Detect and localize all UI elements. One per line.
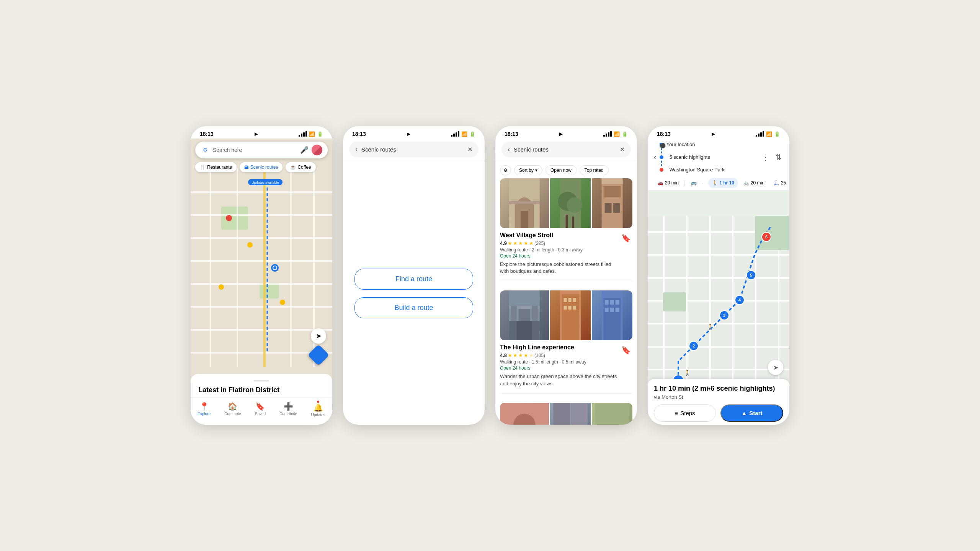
back-button-3[interactable]: ‹	[508, 145, 510, 153]
svg-rect-69	[553, 403, 570, 425]
transport-car[interactable]: 🚗 20 min	[654, 178, 683, 188]
nav-contribute[interactable]: ➕ Contribute	[279, 402, 297, 416]
route-meta-1: Walking route · 2 mi length · 0.3 mi awa…	[500, 247, 620, 253]
sort-by-chip[interactable]: Sort by ▾	[514, 165, 542, 175]
route-image-trees	[550, 178, 591, 228]
route-info-row-1: West Village Stroll 4.9 ★ ★ ★ ★ ★ (225) …	[500, 232, 632, 275]
top-rated-chip[interactable]: Top rated	[580, 165, 609, 175]
transport-scooter[interactable]: 🛴 25	[770, 178, 789, 188]
waypoint-start: ⚫ Your location	[660, 142, 757, 147]
svg-rect-59	[604, 300, 608, 305]
waypoint-line-2	[661, 161, 757, 166]
svg-rect-38	[603, 186, 621, 197]
bookmark-button-1[interactable]: 🔖	[620, 232, 632, 244]
swap-directions-button[interactable]: ⇅	[774, 151, 783, 163]
route-images-3	[500, 403, 632, 425]
svg-rect-56	[573, 306, 576, 310]
map-background: Updates available G Search here 🎤 🍴	[191, 139, 332, 397]
nav-explore[interactable]: 📍 Explore	[198, 402, 211, 416]
route-map[interactable]: 1 2 3 4 5 6 🚶 🚶 ➤ ➤	[648, 191, 789, 425]
start-button[interactable]: ▲ Start	[720, 404, 783, 422]
route-rating-1: 4.9 ★ ★ ★ ★ ★ (225)	[500, 240, 620, 246]
transport-transit[interactable]: 🚌 —	[687, 178, 707, 188]
star-6: ★	[508, 352, 512, 358]
svg-rect-46	[519, 309, 530, 321]
nav-updates[interactable]: 🔔 Updates	[311, 401, 325, 417]
rating-count-1: (225)	[534, 241, 545, 246]
close-button-3[interactable]: ✕	[620, 146, 625, 153]
mic-icon[interactable]: 🎤	[300, 146, 309, 154]
svg-point-19	[273, 266, 276, 269]
transport-divider-1: |	[684, 179, 686, 186]
svg-point-21	[226, 215, 232, 221]
bookmark-button-2[interactable]: 🔖	[620, 344, 632, 356]
screen-route-detail: 18:13 ▶ 📶 🔋 ‹ ⚫ Your location	[648, 126, 789, 425]
chip-label-restaurants: Restaurants	[207, 165, 232, 170]
screens-container: 18:13 ▶ 📶 🔋	[175, 111, 805, 440]
route-card-3	[500, 403, 632, 425]
route-open-1: Open 24 hours	[500, 253, 620, 259]
route-list[interactable]: West Village Stroll 4.9 ★ ★ ★ ★ ★ (225) …	[495, 178, 637, 425]
star-4: ★	[524, 240, 528, 246]
status-icons-2: 📶 🔋	[451, 131, 475, 137]
svg-point-24	[280, 300, 285, 305]
svg-text:🚶: 🚶	[707, 324, 714, 330]
svg-rect-1	[221, 207, 248, 230]
screen-route-list: 18:13 ▶ 📶 🔋 ‹ Scenic routes ✕	[495, 126, 637, 425]
signal-bars-4	[756, 131, 764, 137]
transport-walk[interactable]: 🚶 1 hr 10	[708, 178, 738, 188]
svg-rect-74	[595, 403, 629, 425]
svg-text:3: 3	[723, 313, 725, 318]
star-2: ★	[513, 240, 518, 246]
category-chips: 🍴 Restaurants 🏔 Scenic routes ☕ Coffee	[195, 162, 332, 172]
filter-settings-button[interactable]: ⚙	[500, 165, 511, 175]
rating-count-2: (105)	[534, 353, 545, 358]
scenic-routes-header-2: ‹ Scenic routes ✕	[343, 139, 485, 162]
user-avatar[interactable]	[312, 145, 322, 155]
svg-rect-9	[191, 329, 332, 331]
chip-coffee[interactable]: ☕ Coffee	[286, 162, 315, 172]
svg-rect-13	[263, 168, 266, 367]
svg-text:4: 4	[738, 298, 741, 302]
svg-rect-8	[191, 306, 332, 308]
map-search-bar[interactable]: G Search here 🎤	[195, 142, 328, 158]
car-icon: 🚗	[658, 180, 663, 186]
nav-commute[interactable]: 🏠 Commute	[224, 402, 241, 416]
chip-scenic[interactable]: 🏔 Scenic routes	[240, 162, 283, 172]
route-name-2: The High Line experience	[500, 344, 620, 351]
svg-rect-6	[191, 260, 332, 262]
waypoints-container: ⚫ Your location 5 scenic highlights Wash…	[660, 142, 757, 173]
status-icons-4: 📶 🔋	[756, 131, 780, 137]
route-images-west-village	[500, 178, 632, 228]
waypoint-dot-start: ⚫	[660, 143, 663, 147]
steps-button[interactable]: ≡ Steps	[654, 404, 716, 422]
screen-map: 18:13 ▶ 📶 🔋	[191, 126, 332, 425]
sort-by-label: Sort by	[519, 168, 534, 173]
chip-restaurants[interactable]: 🍴 Restaurants	[195, 162, 237, 172]
svg-rect-82	[648, 346, 789, 348]
nav-saved[interactable]: 🔖 Saved	[255, 402, 266, 416]
back-button-4[interactable]: ‹	[654, 153, 657, 161]
build-route-button[interactable]: Build a route	[354, 297, 473, 318]
route-location-button[interactable]: ➤	[768, 360, 783, 375]
location-button[interactable]: ➤	[311, 328, 326, 344]
open-now-chip[interactable]: Open now	[546, 165, 577, 175]
route-summary: 1 hr 10 min (2 mi•6 scenic highlights) v…	[648, 379, 789, 425]
google-maps-logo: G	[201, 145, 210, 155]
close-button-2[interactable]: ✕	[467, 146, 472, 153]
route-image-pink	[500, 403, 549, 425]
signal-bars-3	[603, 131, 612, 137]
signal-bar-3	[303, 132, 305, 137]
more-options-button[interactable]: ⋮	[760, 151, 771, 163]
scenic-icon: 🏔	[244, 165, 249, 170]
svg-text:6: 6	[765, 235, 768, 239]
back-button-2[interactable]: ‹	[355, 145, 358, 153]
signal-bar-4	[305, 131, 307, 137]
find-route-button[interactable]: Find a route	[354, 269, 473, 290]
time-1: 18:13	[200, 131, 214, 137]
transport-bike[interactable]: 🚲 20 min	[740, 178, 768, 188]
star-5: ★	[529, 240, 534, 246]
route-image-collage2	[592, 403, 632, 425]
location-icon: ▶	[255, 132, 258, 137]
map-container[interactable]: Updates available G Search here 🎤 🍴	[191, 139, 332, 397]
